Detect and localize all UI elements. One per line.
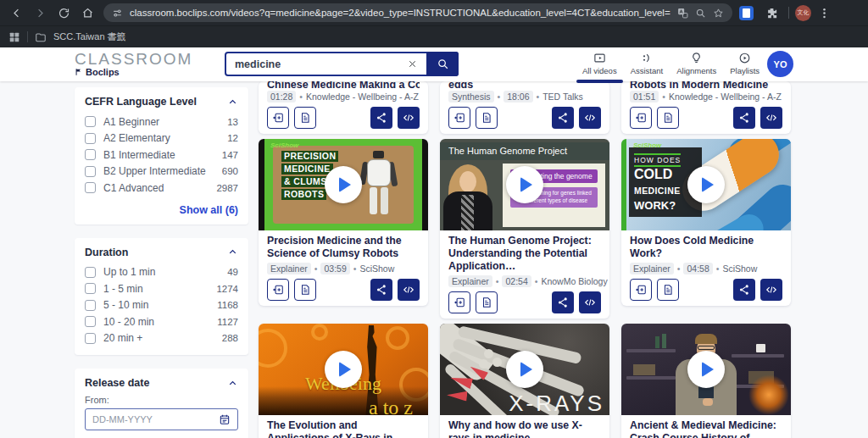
video-thumbnail[interactable]: Wellbeinga to z: [259, 324, 428, 415]
checkbox[interactable]: [85, 166, 96, 177]
play-button[interactable]: [687, 166, 725, 203]
channel-logo-text: SciShow: [633, 141, 661, 226]
checkbox[interactable]: [85, 333, 96, 344]
addpl-icon: [635, 284, 647, 296]
share-button[interactable]: [552, 107, 574, 129]
apps-grid-icon[interactable]: [8, 31, 20, 43]
checkbox[interactable]: [85, 133, 96, 144]
embed-code-button[interactable]: [760, 279, 782, 301]
transcript-button[interactable]: [294, 279, 316, 301]
play-button[interactable]: [687, 351, 725, 388]
video-title-clipped[interactable]: Robots in Modern Medicine: [630, 81, 782, 88]
bookmark-star-icon[interactable]: [713, 8, 724, 19]
embed-code-button[interactable]: [760, 107, 782, 129]
home-button[interactable]: [76, 3, 98, 23]
back-button[interactable]: [5, 3, 27, 23]
checkbox[interactable]: [85, 283, 96, 294]
video-thumbnail[interactable]: [621, 324, 791, 415]
bookmark-folder-label[interactable]: SCC.Taiwan 書籤: [53, 30, 126, 43]
add-to-playlist-button[interactable]: [630, 107, 652, 129]
video-thumbnail[interactable]: X-RAYS: [440, 324, 609, 415]
checkbox[interactable]: [85, 149, 96, 160]
calendar-icon[interactable]: [219, 413, 231, 425]
filter-option-label: 10 - 20 min: [103, 316, 154, 328]
add-to-playlist-button[interactable]: [448, 291, 470, 313]
video-title-clipped[interactable]: Chinese Medicine Making a Comeback: [267, 81, 420, 88]
video-title[interactable]: Precision Medicine and the Science of Cl…: [259, 230, 428, 260]
collapse-chevron-icon[interactable]: [227, 97, 238, 108]
transcript-button[interactable]: [476, 107, 498, 129]
video-meta: Explainer•04:58•SciShow: [621, 260, 791, 274]
site-settings-icon[interactable]: [112, 8, 123, 19]
video-title[interactable]: Ancient & Medieval Medicine: Crash Cours…: [621, 415, 791, 438]
header-nav: All videosAssistantAlignmentsPlaylists: [582, 52, 760, 75]
user-avatar[interactable]: YO: [767, 51, 793, 77]
nav-item-assistant[interactable]: Assistant: [631, 52, 664, 75]
add-to-playlist-button[interactable]: [448, 107, 470, 129]
date-from-input[interactable]: [92, 414, 219, 424]
share-button[interactable]: [370, 279, 392, 301]
checkbox[interactable]: [85, 316, 96, 327]
show-all-link[interactable]: Show all (6): [85, 204, 238, 216]
thumbnail-art-shape: [447, 390, 468, 402]
share-button[interactable]: [733, 107, 755, 129]
address-bar[interactable]: classroom.boclips.com/videos?q=medicine&…: [103, 3, 732, 22]
add-to-playlist-button[interactable]: [267, 107, 289, 129]
filter-option-label: A2 Elementary: [103, 132, 170, 144]
checkbox[interactable]: [85, 182, 96, 193]
page-search-icon[interactable]: [695, 8, 706, 19]
nav-item-alignments[interactable]: Alignments: [676, 52, 716, 75]
browser-profile-avatar[interactable]: 文化: [795, 5, 811, 21]
extensions-button[interactable]: [760, 3, 782, 23]
embed-code-button[interactable]: [398, 107, 420, 129]
checkbox[interactable]: [85, 300, 96, 311]
thumbnail-art-shape: [732, 354, 784, 358]
video-title[interactable]: The Human Genome Project: Understanding …: [440, 230, 609, 273]
play-button[interactable]: [325, 166, 362, 203]
filter-option-label: 1 - 5 min: [103, 283, 143, 295]
video-title[interactable]: Why and how do we use X-rays in medicine: [440, 415, 609, 438]
checkbox[interactable]: [85, 267, 96, 278]
meta-badge: Explainer: [267, 263, 311, 274]
video-thumbnail[interactable]: The Human Genome ProjectInterpreting the…: [440, 139, 609, 230]
search-button[interactable]: [426, 52, 459, 76]
video-thumbnail[interactable]: PRECISIONMEDICINE& CLUMSROBOTSSciShow: [259, 139, 428, 230]
boclips-logo[interactable]: CLASSROOM Boclips: [75, 50, 192, 77]
video-title[interactable]: How Does Cold Medicine Work?: [621, 230, 791, 260]
reload-button[interactable]: [53, 3, 75, 23]
embed-code-button[interactable]: [398, 279, 420, 301]
nav-item-all-videos[interactable]: All videos: [582, 52, 617, 75]
video-title[interactable]: The Evolution and Applications of X-Rays…: [259, 415, 428, 438]
play-button[interactable]: [506, 166, 543, 203]
video-meta: 01:28•Knowledge - Wellbeing - A-Z: [259, 88, 428, 103]
transcript-button[interactable]: [657, 279, 679, 301]
embed-code-button[interactable]: [579, 107, 601, 129]
nav-item-playlists[interactable]: Playlists: [730, 52, 760, 75]
thumbnail-art-shape: [259, 329, 287, 368]
embed-code-button[interactable]: [579, 291, 601, 313]
add-to-playlist-button[interactable]: [630, 279, 652, 301]
play-button[interactable]: [506, 351, 543, 388]
transcript-button[interactable]: [476, 291, 498, 313]
filter-option: Up to 1 min49: [85, 264, 238, 281]
extension-icon-blue[interactable]: [739, 6, 754, 20]
share-button[interactable]: [552, 291, 574, 313]
filter-title: CEFR Language Level: [85, 96, 197, 108]
browser-menu-button[interactable]: [813, 3, 835, 23]
transcript-button[interactable]: [657, 107, 679, 129]
video-thumbnail[interactable]: HOW DOESCOLDMEDICINEWORK?SciShow: [621, 139, 791, 230]
checkbox[interactable]: [85, 116, 96, 127]
transcript-button[interactable]: [294, 107, 316, 129]
forward-button[interactable]: [29, 3, 51, 23]
share-button[interactable]: [370, 107, 392, 129]
collapse-chevron-icon[interactable]: [227, 378, 238, 389]
meta-badge: 03:59: [320, 263, 349, 274]
search-input[interactable]: [226, 58, 401, 70]
collapse-chevron-icon[interactable]: [227, 247, 238, 258]
add-to-playlist-button[interactable]: [267, 279, 289, 301]
card-actions: [440, 103, 609, 134]
share-button[interactable]: [733, 279, 755, 301]
clear-search-button[interactable]: [401, 58, 423, 69]
translate-icon[interactable]: [677, 8, 688, 19]
play-button[interactable]: [325, 351, 362, 388]
